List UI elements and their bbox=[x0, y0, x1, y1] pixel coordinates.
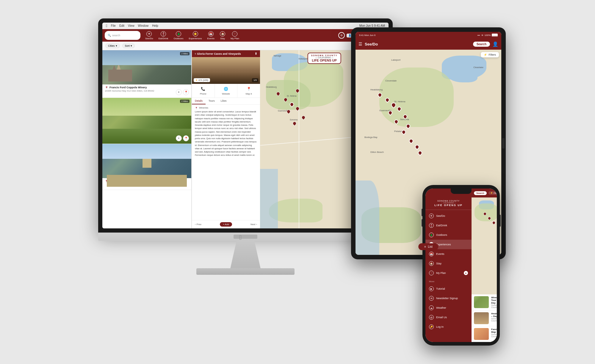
nav-label-outdoors: Outdoors bbox=[174, 37, 184, 40]
add-button[interactable]: + Add bbox=[220, 222, 232, 227]
nav-label-stay: Stay bbox=[220, 37, 225, 40]
location-button-2[interactable]: 📍 bbox=[183, 135, 189, 141]
life-opens-up-label: LIFE OPENS UP bbox=[311, 59, 338, 62]
ipad-filters-button[interactable]: ⚡ Filters bbox=[481, 52, 499, 57]
plus-button-2[interactable]: + bbox=[176, 135, 182, 141]
mapit-action[interactable]: 📍 Map It bbox=[237, 84, 260, 98]
filter-icon-iphone: ⚡ bbox=[490, 192, 493, 194]
battery-fill bbox=[492, 34, 497, 36]
menu-item-edit[interactable]: Edit bbox=[119, 24, 124, 27]
location-button[interactable]: 📍 bbox=[183, 89, 189, 95]
iphone-item-sub-3: Sonoma County bbox=[491, 333, 497, 338]
iphone-nav-weather[interactable]: ☁ Weather bbox=[425, 303, 472, 313]
mac-os-topbar:  File Edit View Window Help Mon Jun 5 9… bbox=[102, 23, 389, 29]
detail-image: ★ 4.5 (109) 1/9 bbox=[192, 57, 260, 84]
back-icon[interactable]: ‹ bbox=[195, 52, 196, 55]
tab-details[interactable]: Details bbox=[192, 98, 206, 104]
iphone-item-info-1: Wine Tour - Day Sonoma County bbox=[491, 296, 497, 308]
label-sonoma: Sonoma bbox=[290, 119, 298, 121]
iphone-list-item[interactable]: Wine Tour - Day Sonoma County + 📍 bbox=[472, 294, 497, 310]
filter-bar: Cities ▾ Sort ▾ bbox=[102, 42, 389, 50]
phone-action[interactable]: 📞 Phone bbox=[192, 84, 215, 98]
next-button[interactable]: Next › bbox=[250, 223, 257, 226]
menu-item-view[interactable]: View bbox=[128, 24, 134, 27]
iphone-nav-myplan[interactable]: ♡ My Plan ● bbox=[425, 268, 472, 278]
label-sthelena: St. Helena bbox=[287, 95, 297, 97]
detail-footer: ‹ Prev + Add Next › bbox=[192, 220, 260, 228]
iphone-list-item-2[interactable]: Healdsburg – Day Sonoma County + 📍 bbox=[472, 310, 497, 326]
iphone-sidebar: SONOMA COUNTY — CALIFORNIA — LIFE OPENS … bbox=[425, 189, 472, 342]
list-item[interactable]: 2 Miles 🍷 Imagery Estate Winery 14335 So… bbox=[102, 98, 191, 144]
mapit-label: Map It bbox=[246, 92, 252, 95]
iphone-nav-label-eatdrink: Eat/Drink bbox=[436, 224, 447, 227]
sort-filter[interactable]: Sort ▾ bbox=[122, 43, 135, 48]
prev-button[interactable]: ‹ Prev bbox=[195, 223, 201, 226]
cities-chevron: ▾ bbox=[116, 44, 117, 47]
iphone-nav-events[interactable]: 📅 Events bbox=[425, 249, 472, 259]
iphone-nav-newsletter[interactable]: ✉ Newsletter Signup bbox=[425, 294, 472, 303]
iphone-nav-email[interactable]: @ Email Us bbox=[425, 313, 472, 322]
iphone-item-name-1: Wine Tour - Day bbox=[491, 296, 497, 304]
more-label: More bbox=[425, 278, 472, 284]
map-pin-7 bbox=[292, 121, 297, 126]
iphone-nav-seedo[interactable]: 👁 See/Do bbox=[425, 211, 472, 221]
list-item[interactable]: 2 Miles 🍷 Francis Ford Coppola Winery 14… bbox=[102, 50, 191, 98]
plus-button[interactable]: + bbox=[176, 89, 182, 95]
iphone-nav-label-stay: Stay bbox=[436, 262, 441, 265]
iphone-list-item-3[interactable]: Family Map Sonoma County + 📍 bbox=[472, 326, 497, 342]
share-icon[interactable]: ⬆ bbox=[255, 52, 257, 55]
iphone-filter-button[interactable]: ⚡ Filters bbox=[488, 191, 497, 195]
ipad-search-button[interactable]: Search bbox=[473, 42, 490, 47]
nav-item-outdoors[interactable]: 🌲 Outdoors bbox=[171, 29, 186, 42]
hamburger-icon[interactable]: ☰ bbox=[358, 42, 362, 46]
ipad-lake-2 bbox=[448, 68, 477, 82]
iphone-nav-eatdrink[interactable]: 🍷 Eat/Drink bbox=[425, 221, 472, 230]
iphone-weather-icon: ☁ bbox=[429, 305, 434, 310]
detail-tabs: Details Tours Likes bbox=[192, 98, 260, 105]
website-action[interactable]: 🌐 Website bbox=[215, 84, 238, 98]
iphone-nav-label-newsletter: Newsletter Signup bbox=[436, 297, 458, 300]
ipad-user-icon[interactable]: 👤 bbox=[492, 41, 498, 47]
menu-item-window[interactable]: Window bbox=[138, 24, 149, 27]
winery-icon: 🍷 bbox=[105, 86, 108, 89]
tab-likes[interactable]: Likes bbox=[218, 98, 230, 104]
ipad-label-sthelena: St. Helena bbox=[394, 100, 405, 103]
iphone-eatdrink-icon: 🍷 bbox=[429, 223, 434, 228]
mac-topbar-left:  File Edit View Window Help bbox=[106, 23, 158, 28]
list-item[interactable]: 🍷 Chateau St. Jean bbox=[102, 144, 191, 190]
outdoors-icon: 🌲 bbox=[176, 31, 181, 37]
iphone-nav-login[interactable]: 🔑 Log In bbox=[425, 322, 472, 332]
seedo-icon: 👁 bbox=[146, 31, 152, 37]
detail-actions: 📞 Phone 🌐 Website 📍 Map It bbox=[192, 84, 260, 98]
nav-item-experiences[interactable]: ⭐ Experiences bbox=[187, 29, 204, 42]
nav-item-seedo[interactable]: 👁 See/Do bbox=[143, 29, 156, 42]
menu-item-file[interactable]: File bbox=[111, 24, 116, 27]
sonoma-county-text: SONOMA COUNTY bbox=[428, 200, 469, 202]
mac-appbar: 🔍 search 👁 See/Do 🍷 Eat/Drink 🌲 Outdoors bbox=[102, 29, 389, 42]
nav-label-seedo: See/Do bbox=[145, 37, 153, 40]
volume-down-button bbox=[422, 219, 422, 227]
filter-label-iphone: Filters bbox=[494, 192, 497, 194]
nav-item-events[interactable]: 📅 Events bbox=[205, 29, 217, 42]
filters-label-ipad: Filters bbox=[489, 53, 496, 56]
item-actions-2: + 📍 bbox=[176, 135, 189, 141]
mac-search-box[interactable]: 🔍 search bbox=[105, 31, 140, 40]
iphone-nav-tutorial[interactable]: ▶ Tutorial bbox=[425, 284, 472, 294]
ipad-list-button[interactable]: ≡ List bbox=[418, 243, 438, 250]
cities-filter[interactable]: Cities ▾ bbox=[105, 43, 120, 48]
iphone-search-button[interactable]: Search bbox=[474, 191, 487, 195]
nav-item-stay[interactable]: 🏠 Stay bbox=[217, 29, 228, 42]
nav-item-myplan[interactable]: ♡ My Plan bbox=[228, 29, 242, 42]
iphone-nav-label-tutorial: Tutorial bbox=[436, 287, 445, 290]
iphone-notch bbox=[451, 189, 472, 194]
distance-badge: 2 Miles bbox=[180, 52, 190, 55]
tab-tours[interactable]: Tours bbox=[206, 98, 218, 104]
menu-item-help[interactable]: Help bbox=[152, 24, 158, 27]
mapit-icon: 📍 bbox=[246, 86, 251, 92]
iphone-nav-outdoors[interactable]: 🌲 Outdoors bbox=[425, 230, 472, 240]
image-counter: 1/9 bbox=[252, 78, 258, 82]
settings-icon[interactable]: ⚙ bbox=[338, 32, 345, 39]
iphone-item-img-2 bbox=[474, 312, 489, 324]
nav-item-eatdrink[interactable]: 🍷 Eat/Drink bbox=[156, 29, 171, 42]
iphone-nav-stay[interactable]: 🏠 Stay bbox=[425, 259, 472, 268]
